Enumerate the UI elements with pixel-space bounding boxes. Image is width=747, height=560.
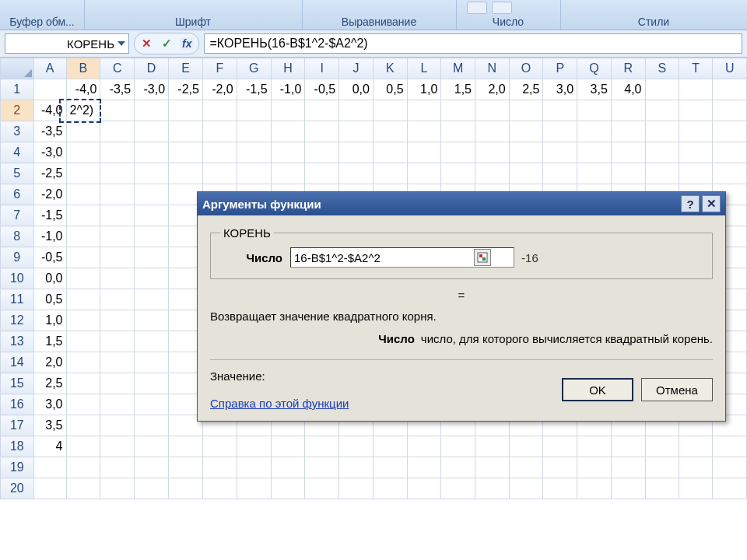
cell[interactable] xyxy=(543,163,577,184)
collapse-dialog-icon[interactable] xyxy=(474,249,491,266)
column-header[interactable]: P xyxy=(543,58,577,79)
cell[interactable]: 3,0 xyxy=(543,79,577,100)
cell[interactable] xyxy=(407,163,441,184)
cell[interactable] xyxy=(66,310,100,331)
cell[interactable] xyxy=(543,142,577,163)
column-header[interactable]: O xyxy=(509,58,543,79)
cell[interactable]: -2,0 xyxy=(202,79,237,100)
column-header[interactable]: G xyxy=(237,58,271,79)
cell[interactable] xyxy=(373,121,407,142)
cell[interactable] xyxy=(339,142,374,163)
cell[interactable] xyxy=(577,142,612,163)
cell[interactable] xyxy=(202,100,237,121)
cell[interactable] xyxy=(577,121,612,142)
cell[interactable] xyxy=(441,163,475,184)
cell[interactable] xyxy=(611,457,645,478)
row-header[interactable]: 3 xyxy=(1,121,34,142)
cell[interactable] xyxy=(135,457,169,478)
cell[interactable] xyxy=(577,478,612,499)
cell[interactable] xyxy=(100,163,135,184)
cell[interactable] xyxy=(713,436,747,457)
cell[interactable] xyxy=(611,163,645,184)
cell[interactable] xyxy=(169,100,203,121)
cell[interactable] xyxy=(407,478,441,499)
cell[interactable] xyxy=(475,478,510,499)
cell[interactable] xyxy=(66,478,100,499)
cell[interactable] xyxy=(100,478,135,499)
cell[interactable] xyxy=(577,100,612,121)
cell[interactable] xyxy=(202,478,237,499)
column-header[interactable]: K xyxy=(373,58,407,79)
column-header[interactable]: L xyxy=(407,58,441,79)
cell[interactable] xyxy=(66,352,100,373)
cell[interactable] xyxy=(169,478,203,499)
cell[interactable] xyxy=(407,457,441,478)
row-header[interactable]: 15 xyxy=(1,373,34,394)
cell[interactable] xyxy=(509,163,543,184)
cell[interactable] xyxy=(713,478,747,499)
cell[interactable] xyxy=(33,79,66,100)
cell[interactable] xyxy=(33,478,66,499)
cell[interactable] xyxy=(66,142,100,163)
select-all-corner[interactable] xyxy=(1,58,34,79)
cell[interactable] xyxy=(679,100,712,121)
row-header[interactable]: 12 xyxy=(1,310,34,331)
cell[interactable] xyxy=(237,121,271,142)
number-format-icon[interactable] xyxy=(467,2,487,14)
cell[interactable] xyxy=(66,205,100,226)
cell[interactable]: 2,0 xyxy=(475,79,510,100)
cell[interactable] xyxy=(373,142,407,163)
cell[interactable] xyxy=(441,142,475,163)
cell[interactable] xyxy=(407,142,441,163)
cell[interactable] xyxy=(169,436,203,457)
cell[interactable] xyxy=(645,100,679,121)
cell[interactable] xyxy=(577,457,612,478)
cell[interactable] xyxy=(100,205,135,226)
cell[interactable] xyxy=(441,100,475,121)
cell[interactable] xyxy=(135,415,169,436)
cell[interactable] xyxy=(645,79,679,100)
cell[interactable] xyxy=(66,415,100,436)
cell[interactable] xyxy=(339,478,374,499)
cell[interactable] xyxy=(509,100,543,121)
row-header[interactable]: 9 xyxy=(1,247,34,268)
cell[interactable] xyxy=(339,100,374,121)
row-header[interactable]: 18 xyxy=(1,436,34,457)
cell[interactable] xyxy=(135,205,169,226)
cell[interactable] xyxy=(100,184,135,205)
cell[interactable] xyxy=(66,163,100,184)
cell[interactable] xyxy=(100,121,135,142)
cell[interactable] xyxy=(271,478,305,499)
cell[interactable] xyxy=(339,457,374,478)
cell[interactable]: -0,5 xyxy=(305,79,339,100)
cell[interactable] xyxy=(543,478,577,499)
row-header[interactable]: 6 xyxy=(1,184,34,205)
cell[interactable]: 0,5 xyxy=(373,79,407,100)
cell[interactable] xyxy=(339,121,374,142)
cell[interactable] xyxy=(135,226,169,247)
row-header[interactable]: 4 xyxy=(1,142,34,163)
cell[interactable] xyxy=(713,142,747,163)
column-header[interactable]: U xyxy=(713,58,747,79)
cell[interactable] xyxy=(543,121,577,142)
row-header[interactable]: 8 xyxy=(1,226,34,247)
cell[interactable]: 1,5 xyxy=(33,331,66,352)
cell[interactable] xyxy=(509,478,543,499)
cell[interactable] xyxy=(237,163,271,184)
cell[interactable] xyxy=(475,163,510,184)
cell[interactable] xyxy=(271,163,305,184)
cell[interactable]: -2,5 xyxy=(33,163,66,184)
cell[interactable] xyxy=(237,457,271,478)
cell[interactable]: 0,0 xyxy=(339,79,374,100)
cell[interactable]: -2,5 xyxy=(169,79,203,100)
row-header[interactable]: 19 xyxy=(1,457,34,478)
cell[interactable] xyxy=(611,100,645,121)
cell[interactable] xyxy=(271,121,305,142)
cell[interactable] xyxy=(66,247,100,268)
cell[interactable] xyxy=(407,121,441,142)
row-header[interactable]: 20 xyxy=(1,478,34,499)
cell[interactable] xyxy=(202,163,237,184)
cell[interactable] xyxy=(66,394,100,415)
cell[interactable] xyxy=(66,331,100,352)
cell[interactable]: -4,0 xyxy=(33,100,66,121)
